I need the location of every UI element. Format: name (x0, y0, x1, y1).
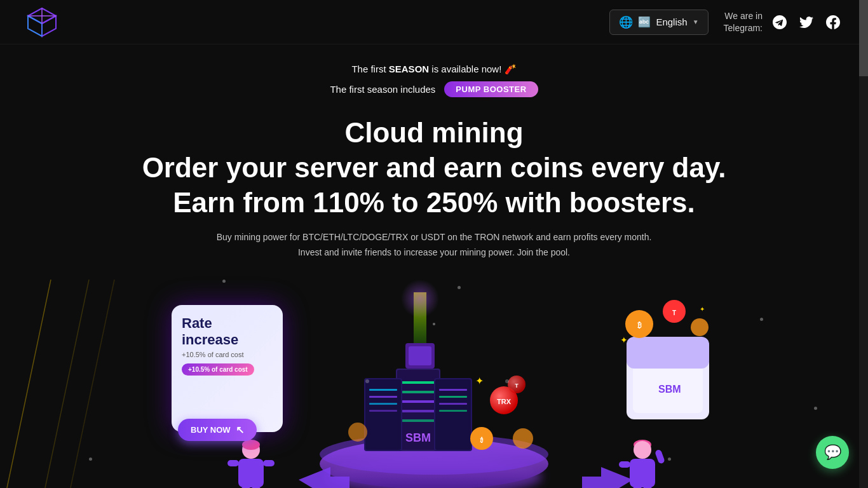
svg-point-46 (505, 379, 509, 383)
hero-subtitle: Buy mining power for BTC/ETH/LTC/DOGE/TR… (217, 230, 652, 261)
svg-rect-15 (401, 391, 435, 393)
hero-title-line2: Order your server and earn coins every d… (142, 150, 726, 185)
hero-title-line1: Cloud mining (142, 115, 726, 150)
svg-rect-31 (439, 410, 467, 412)
svg-text:T: T (515, 383, 519, 389)
svg-rect-17 (401, 410, 435, 412)
svg-point-45 (365, 379, 369, 383)
telegram-icon[interactable] (770, 13, 789, 32)
mining-rig-illustration: SBM (307, 280, 561, 488)
svg-point-56 (691, 318, 709, 336)
chat-button[interactable]: 💬 (816, 436, 849, 469)
hero-title-line3: Earn from 110% to 250% with boosters. (142, 185, 726, 220)
char-left-svg (222, 438, 280, 488)
language-selector[interactable]: 🌐 🔤 English ▼ (609, 10, 708, 35)
scrollbar-thumb[interactable] (859, 0, 868, 76)
hero-title-section: Cloud mining Order your server and earn … (142, 115, 726, 220)
svg-rect-50 (627, 337, 709, 369)
announcement-suffix: is available now! 🧨 (429, 64, 516, 74)
announcement-includes: The first season includes (330, 84, 435, 95)
svg-text:SBM: SBM (405, 431, 431, 444)
wallet-svg: SBM ₿ T ✦ ✦ (607, 299, 722, 438)
main-content: The first SEASON is available now! 🧨 The… (0, 44, 868, 488)
svg-point-70 (634, 441, 651, 459)
svg-rect-72 (654, 449, 665, 464)
rate-card-title: Rate increase (182, 315, 273, 349)
arrow-right-icon (582, 467, 633, 488)
hero-illustration: Rate increase +10.5% of card cost +10.5%… (0, 280, 868, 488)
svg-point-47 (433, 323, 435, 325)
announcement-line2: The first season includes PUMP BOOSTER (330, 81, 538, 97)
svg-rect-28 (439, 389, 467, 391)
rate-card-badge: +10.5% of card cost (182, 363, 254, 376)
svg-text:✦: ✦ (700, 306, 705, 313)
cursor-icon: ↖ (236, 424, 244, 436)
facebook-icon[interactable] (824, 13, 843, 32)
svg-marker-3 (42, 16, 56, 36)
hero-subtitle-line2: Invest and invite friends to increase yo… (217, 245, 652, 261)
svg-rect-63 (263, 460, 275, 466)
svg-rect-30 (439, 403, 467, 405)
deco-dot-6 (814, 407, 817, 410)
pump-booster-badge[interactable]: PUMP BOOSTER (444, 81, 538, 97)
svg-rect-35 (409, 346, 431, 365)
decorative-lines (0, 280, 127, 488)
svg-line-9 (64, 280, 114, 488)
svg-text:T: T (672, 309, 676, 316)
svg-point-40 (513, 428, 533, 449)
svg-text:SBM: SBM (658, 384, 681, 395)
header: 🌐 🔤 English ▼ We are in Telegram: (0, 0, 868, 44)
svg-rect-24 (369, 403, 397, 405)
telegram-label: We are in Telegram: (724, 10, 763, 33)
site-logo (25, 6, 58, 39)
deco-dot-1 (222, 280, 226, 283)
social-area: We are in Telegram: (724, 10, 843, 33)
announcement-prefix: The first (351, 64, 388, 74)
svg-point-33 (401, 280, 439, 318)
svg-line-7 (0, 280, 51, 488)
svg-rect-14 (401, 381, 435, 384)
svg-text:₿: ₿ (637, 321, 642, 330)
twitter-icon[interactable] (797, 13, 816, 32)
scrollbar-track[interactable] (859, 0, 868, 488)
translate-icon: 🔤 (638, 16, 651, 28)
svg-rect-61 (238, 459, 264, 487)
svg-rect-62 (227, 460, 239, 466)
mining-rig-svg: SBM (307, 280, 561, 488)
svg-rect-29 (439, 396, 467, 398)
logo-area (25, 6, 58, 39)
character-left (222, 438, 280, 488)
rate-card-subtitle: +10.5% of card cost (182, 351, 273, 358)
svg-rect-23 (369, 396, 397, 398)
header-right: 🌐 🔤 English ▼ We are in Telegram: (609, 10, 843, 35)
svg-line-8 (38, 280, 89, 488)
lang-flag-icon: 🌐 (619, 15, 633, 29)
announcement-line1: The first SEASON is available now! 🧨 (330, 64, 538, 75)
svg-text:✦: ✦ (475, 376, 484, 386)
arrow-left-icon (299, 467, 349, 488)
lang-label: English (656, 17, 687, 27)
chat-icon: 💬 (824, 444, 841, 461)
rate-card: Rate increase +10.5% of card cost +10.5%… (172, 305, 283, 432)
svg-text:✦: ✦ (620, 335, 628, 345)
svg-marker-79 (299, 467, 349, 488)
svg-point-60 (242, 440, 260, 450)
announcement-section: The first SEASON is available now! 🧨 The… (330, 64, 538, 97)
deco-dot-4 (89, 458, 92, 461)
svg-rect-16 (401, 400, 435, 403)
svg-rect-22 (369, 389, 397, 391)
announcement-season: SEASON (389, 64, 429, 74)
hero-subtitle-line1: Buy mining power for BTC/ETH/LTC/DOGE/TR… (217, 230, 652, 245)
svg-rect-71 (630, 459, 655, 487)
buy-now-button[interactable]: BUY NOW ↖ (178, 419, 257, 441)
svg-marker-2 (28, 16, 42, 36)
svg-rect-18 (401, 419, 435, 422)
svg-rect-25 (369, 410, 397, 412)
svg-text:TRX: TRX (497, 398, 512, 405)
wallet-illustration: SBM ₿ T ✦ ✦ (607, 299, 722, 438)
buy-now-label: BUY NOW (191, 425, 231, 435)
svg-marker-80 (582, 467, 633, 488)
hero-heading: Cloud mining Order your server and earn … (142, 115, 726, 220)
deco-dot-5 (760, 318, 763, 321)
chevron-down-icon: ▼ (693, 18, 699, 25)
